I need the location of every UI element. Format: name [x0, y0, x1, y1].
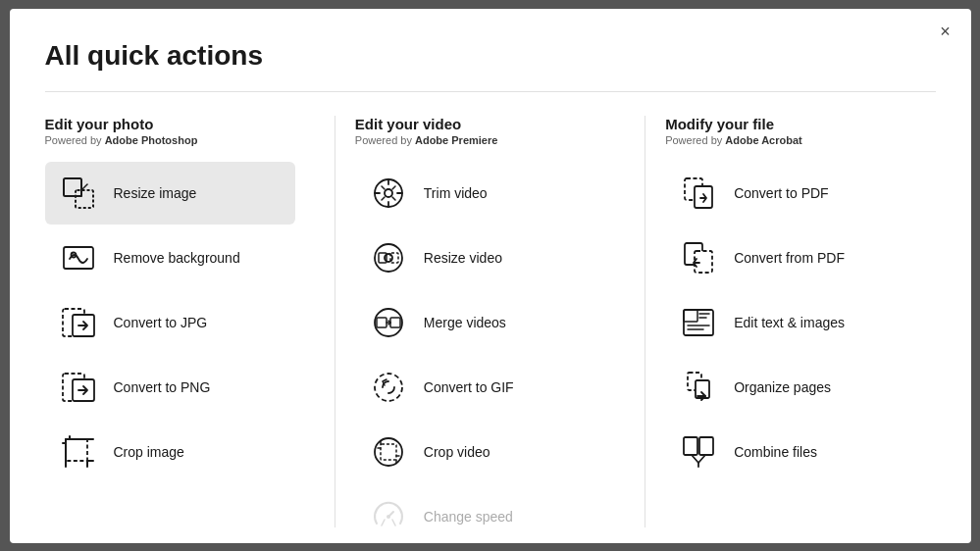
- svg-rect-25: [695, 251, 712, 273]
- svg-rect-34: [684, 437, 697, 455]
- combine-files-item[interactable]: Combine files: [665, 421, 915, 483]
- trim-video-icon: [367, 172, 410, 215]
- svg-point-10: [385, 189, 392, 197]
- change-speed-item[interactable]: Change speed: [355, 485, 605, 527]
- video-brand: Adobe Premiere: [415, 134, 497, 146]
- crop-image-icon: [57, 430, 100, 474]
- resize-image-label: Resize image: [114, 185, 197, 201]
- svg-rect-0: [64, 178, 81, 196]
- video-column: Edit your video Powered by Adobe Premier…: [355, 116, 625, 527]
- convert-gif-icon: [367, 366, 410, 409]
- video-column-header: Edit your video Powered by Adobe Premier…: [355, 116, 605, 146]
- organize-pages-icon: [677, 366, 720, 409]
- svg-rect-17: [390, 318, 400, 327]
- photo-powered-by: Powered by Adobe Photoshop: [45, 134, 295, 146]
- merge-videos-icon: [367, 301, 410, 344]
- convert-pdf-label: Convert to PDF: [734, 185, 828, 201]
- convert-pdf-item[interactable]: Convert to PDF: [665, 162, 915, 225]
- convert-jpg-icon: [57, 301, 100, 344]
- crop-video-label: Crop video: [424, 444, 490, 460]
- edit-text-images-icon: [677, 301, 720, 344]
- convert-pdf-icon: [677, 172, 720, 215]
- remove-background-label: Remove background: [114, 250, 240, 266]
- modal-title: All quick actions: [45, 40, 936, 72]
- video-column-title: Edit your video: [355, 116, 605, 132]
- svg-rect-35: [699, 437, 713, 455]
- close-button[interactable]: ×: [934, 21, 957, 44]
- resize-video-item[interactable]: Resize video: [355, 226, 605, 289]
- svg-rect-1: [76, 190, 93, 208]
- edit-text-images-item[interactable]: Edit text & images: [665, 291, 915, 354]
- convert-from-pdf-icon: [677, 236, 720, 279]
- svg-point-19: [375, 438, 402, 466]
- crop-image-item[interactable]: Crop image: [45, 421, 295, 483]
- resize-video-label: Resize video: [424, 250, 502, 266]
- remove-background-icon: [57, 236, 100, 279]
- convert-gif-label: Convert to GIF: [424, 379, 514, 395]
- convert-jpg-label: Convert to JPG: [114, 315, 208, 330]
- crop-video-item[interactable]: Crop video: [355, 421, 605, 483]
- file-column-header: Modify your file Powered by Adobe Acroba…: [665, 116, 915, 146]
- photo-column-title: Edit your photo: [45, 116, 295, 132]
- convert-from-pdf-item[interactable]: Convert from PDF: [665, 226, 915, 289]
- convert-jpg-item[interactable]: Convert to JPG: [45, 291, 295, 354]
- edit-text-images-label: Edit text & images: [734, 315, 845, 330]
- file-column: Modify your file Powered by Adobe Acroba…: [665, 116, 935, 527]
- combine-files-label: Combine files: [734, 444, 817, 460]
- trim-video-label: Trim video: [424, 185, 488, 201]
- change-speed-label: Change speed: [424, 509, 513, 525]
- divider-2: [645, 116, 645, 527]
- file-column-title: Modify your file: [665, 116, 915, 132]
- resize-video-icon: [367, 236, 410, 279]
- photo-column-header: Edit your photo Powered by Adobe Photosh…: [45, 116, 295, 146]
- trim-video-item[interactable]: Trim video: [355, 162, 605, 225]
- organize-pages-label: Organize pages: [734, 379, 831, 395]
- crop-video-icon: [367, 430, 410, 474]
- svg-rect-20: [381, 444, 396, 460]
- merge-videos-item[interactable]: Merge videos: [355, 291, 605, 354]
- svg-rect-8: [66, 439, 87, 461]
- combine-files-icon: [677, 430, 720, 474]
- file-brand: Adobe Acrobat: [725, 134, 801, 146]
- resize-image-item[interactable]: Resize image: [45, 162, 295, 225]
- convert-from-pdf-label: Convert from PDF: [734, 250, 845, 266]
- photo-brand: Adobe Photoshop: [105, 134, 198, 146]
- video-powered-by: Powered by Adobe Premiere: [355, 134, 605, 146]
- svg-rect-23: [695, 186, 712, 208]
- crop-image-label: Crop image: [114, 444, 184, 460]
- svg-point-18: [375, 374, 402, 401]
- change-speed-icon: [367, 495, 410, 527]
- quick-actions-modal: × All quick actions Edit your photo Powe…: [10, 9, 971, 543]
- convert-png-icon: [57, 366, 100, 409]
- svg-point-12: [385, 254, 392, 262]
- merge-videos-label: Merge videos: [424, 315, 506, 330]
- svg-point-21: [387, 515, 390, 519]
- svg-rect-16: [377, 318, 387, 327]
- photo-column: Edit your photo Powered by Adobe Photosh…: [45, 116, 315, 527]
- columns-container: Edit your photo Powered by Adobe Photosh…: [45, 116, 936, 527]
- remove-background-item[interactable]: Remove background: [45, 226, 295, 289]
- convert-png-item[interactable]: Convert to PNG: [45, 356, 295, 419]
- divider-1: [335, 116, 335, 527]
- convert-png-label: Convert to PNG: [114, 379, 211, 395]
- svg-rect-27: [684, 310, 697, 322]
- resize-image-icon: [57, 172, 100, 215]
- header-divider: [45, 91, 936, 92]
- organize-pages-item[interactable]: Organize pages: [665, 356, 915, 419]
- convert-gif-item[interactable]: Convert to GIF: [355, 356, 605, 419]
- file-powered-by: Powered by Adobe Acrobat: [665, 134, 915, 146]
